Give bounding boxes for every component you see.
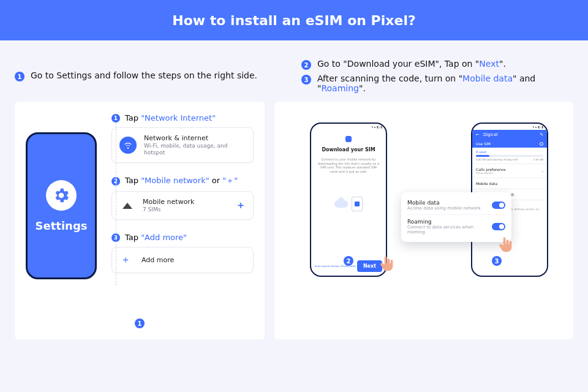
card-subtitle: 7 SIMs: [143, 206, 194, 213]
gear-icon: [46, 180, 77, 211]
intro-bullet-2: 2 Go to "Download your eSIM", Tap on "Ne…: [301, 59, 573, 70]
plus-icon[interactable]: ＋: [236, 199, 246, 212]
data-gauge: 8 used 2.00 GB data warning 30 days left…: [472, 148, 547, 164]
steps-column: 1 Tap "Network Internet" Network & inter…: [111, 113, 254, 285]
phone-label: Settings: [36, 219, 88, 232]
card-title: Mobile network: [143, 198, 194, 206]
card-subtitle: Wi-Fi, mobile, data usage, and hotspot: [144, 143, 246, 157]
mini-screen: ▾ ▴ ◧ ▮ Download your SIM Connect to you…: [310, 123, 387, 277]
opt-calls-pref[interactable]: Calls preferenceChina Unicom›: [472, 164, 547, 178]
mini-phone-download: ▾ ▴ ◧ ▮ Download your SIM Connect to you…: [300, 113, 398, 277]
card-network-internet[interactable]: Network & internet Wi-Fi, mobile, data u…: [111, 127, 254, 163]
lock-icon: [345, 136, 352, 142]
download-illustration: [334, 197, 363, 211]
step-1: 1 Tap "Network Internet": [111, 113, 254, 123]
intro-text: After scanning the code, turn on "Mobile…: [317, 74, 573, 93]
intro-right: 2 Go to "Download your eSIM", Tap on "Ne…: [301, 55, 573, 97]
card-mobile-network[interactable]: Mobile network 7 SIMs ＋: [111, 191, 254, 220]
chevron-right-icon: ›: [542, 169, 543, 173]
highlight-next: Next: [479, 59, 499, 69]
bullet-number: 2: [301, 60, 311, 70]
bullet-number: 1: [15, 72, 24, 81]
page-title: How to install an eSIM on Pixel?: [172, 13, 415, 28]
panel-download-roaming: ▾ ▴ ◧ ▮ Download your SIM Connect to you…: [274, 102, 573, 339]
popup-toggles: Mobile dataAccess data using mobile netw…: [401, 192, 511, 242]
panel-number: 2: [344, 256, 353, 266]
next-button[interactable]: Next: [357, 260, 382, 272]
wifi-icon: [119, 137, 137, 154]
step-3: 3 Tap "Add more": [111, 232, 254, 242]
plus-icon: ＋: [121, 254, 130, 266]
intro-text: Go to Settings and follow the steps on t…: [31, 70, 257, 80]
panel-number: 1: [135, 318, 145, 328]
sim-doc-icon: [352, 197, 363, 211]
edit-icon[interactable]: ✎: [540, 132, 543, 137]
intro-row: 1 Go to Settings and follow the steps on…: [0, 40, 588, 102]
highlight-mobile-data: Mobile data: [462, 74, 513, 83]
toggle-on-icon[interactable]: [492, 223, 505, 230]
bullet-number: 3: [301, 75, 311, 85]
highlight-roaming: Roaming: [321, 83, 359, 93]
download-title: Download your SIM: [322, 147, 375, 153]
signal-icon: [123, 203, 132, 209]
hand-pointer-icon: [497, 236, 515, 254]
status-bar: ▾ ▴ ◧ ▮: [472, 124, 547, 130]
phone-mock-settings: Settings: [26, 132, 97, 279]
toggle-on-icon[interactable]: [492, 202, 505, 209]
use-sim-row[interactable]: Use SIM: [472, 140, 547, 148]
status-bar: ▾ ▴ ◧ ▮: [311, 124, 386, 130]
carrier-header: ← Digicel ✎: [472, 130, 547, 140]
step-2: 2 Tap "Mobile network" or "＋": [111, 175, 254, 186]
intro-bullet-1: 1 Go to Settings and follow the steps on…: [15, 70, 257, 81]
mini-phone-carrier: ▾ ▴ ◧ ▮ ← Digicel ✎ Use SIM 8 used 2.00 …: [426, 113, 548, 277]
panel-number: 3: [492, 256, 502, 266]
toggle-on-icon: [540, 142, 543, 146]
back-icon[interactable]: ←: [476, 132, 480, 137]
step-connector: [116, 123, 116, 285]
download-desc: Connect to your mobile network by downlo…: [316, 157, 381, 173]
intro-left: 1 Go to Settings and follow the steps on…: [15, 55, 287, 97]
carrier-name: Digicel: [483, 132, 498, 137]
pop-roaming[interactable]: RoamingConnect to data services when roa…: [407, 214, 505, 237]
intro-bullet-3: 3 After scanning the code, turn on "Mobi…: [301, 74, 573, 93]
step-number: 1: [111, 114, 120, 123]
card-add-more[interactable]: ＋ Add more: [111, 247, 254, 273]
pop-mobile-data[interactable]: Mobile dataAccess data using mobile netw…: [407, 197, 505, 213]
card-title: Add more: [141, 256, 174, 265]
opt-mobile-data[interactable]: Mobile data: [472, 178, 547, 189]
panels-row: Settings 1 Tap "Network Internet" Networ…: [0, 102, 588, 354]
card-title: Network & internet: [144, 134, 246, 143]
panel-settings-steps: Settings 1 Tap "Network Internet" Networ…: [15, 102, 265, 339]
cloud-icon: [334, 200, 348, 208]
hero-banner: How to install an eSIM on Pixel?: [0, 0, 588, 40]
intro-text: Go to "Download your eSIM", Tap on "Next…: [317, 59, 506, 69]
